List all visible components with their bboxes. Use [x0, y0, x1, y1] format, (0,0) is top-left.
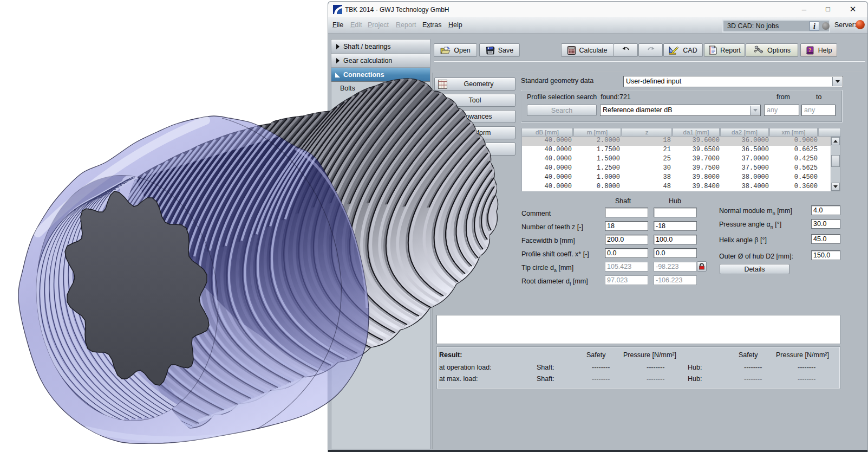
svg-text:?: ?: [808, 46, 812, 53]
